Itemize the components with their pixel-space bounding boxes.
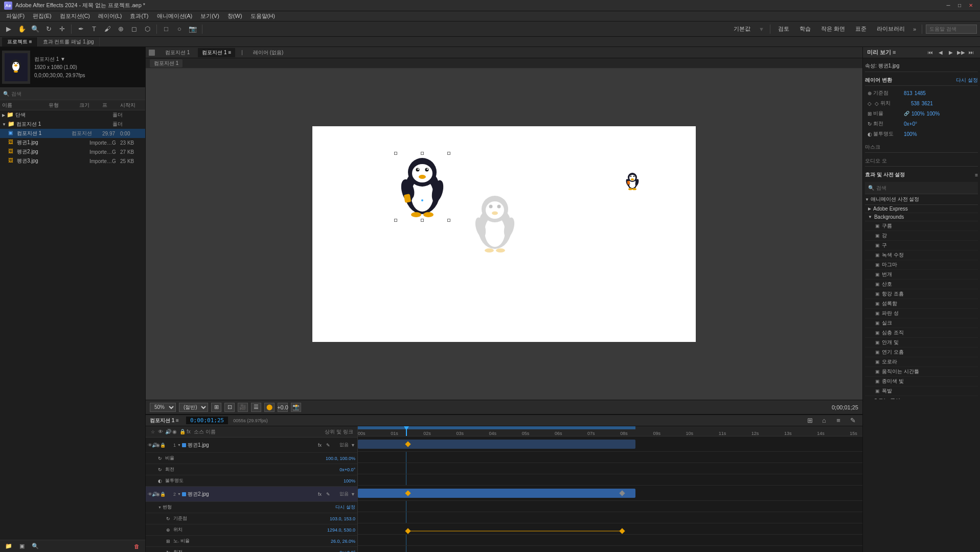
shape-rect[interactable]: □: [161, 24, 172, 35]
layer1-solo[interactable]: ◉: [156, 443, 160, 448]
timeline-control-solo[interactable]: ≡: [833, 415, 844, 426]
work-area-bar[interactable]: [358, 426, 635, 429]
effects-item-clouds[interactable]: ▣ 구름: [865, 221, 978, 231]
layer2-pos-val[interactable]: 1294.0, 530.0: [327, 527, 355, 533]
layer1-expand[interactable]: ▼: [177, 443, 181, 447]
workspace-label-5[interactable]: 표준: [851, 24, 871, 34]
menu-file[interactable]: 파일(F): [2, 11, 29, 21]
move-tool[interactable]: ✛: [56, 24, 67, 35]
quality-select[interactable]: (절반): [179, 403, 208, 412]
menu-animation[interactable]: 애니메이션(A): [153, 11, 197, 21]
pen-tool[interactable]: ✒: [75, 24, 86, 35]
tab-project[interactable]: 프로젝트 ≡: [2, 37, 38, 47]
layer2-rot-val[interactable]: 0x+0.0°: [339, 550, 355, 553]
project-item-img2[interactable]: 🖼 펭귄2.jpg Importe…G 27 KB: [0, 147, 145, 156]
safe-button[interactable]: ⊡: [224, 403, 235, 412]
scale-x-val[interactable]: 100%: [911, 111, 925, 117]
project-search-input[interactable]: [11, 91, 142, 97]
layer1-eye-vis[interactable]: 👁: [148, 443, 152, 448]
preview-skip-back[interactable]: ⏮: [926, 49, 935, 57]
channel-button[interactable]: ☰: [251, 403, 261, 412]
brush-tool[interactable]: 🖌: [102, 24, 113, 35]
project-item-img3[interactable]: 🖼 펭귄3.jpg Importe…G 25 KB: [0, 156, 145, 166]
handle-tr[interactable]: [447, 152, 450, 155]
anim-presets-header[interactable]: ▼ 애니메이션 사전 설정: [865, 194, 978, 205]
effects-search-input[interactable]: [876, 185, 975, 191]
hand-tool[interactable]: ✋: [16, 24, 28, 35]
layer1-rot-val[interactable]: 0x+0.0°: [339, 467, 355, 472]
effects-item-river[interactable]: ▣ 강: [865, 231, 978, 241]
workspace-label-1[interactable]: 기본값: [730, 24, 755, 34]
rotation-val[interactable]: 0x+0°: [904, 121, 917, 127]
menu-window[interactable]: 창(W): [223, 11, 246, 21]
position-y-val[interactable]: 3621: [922, 101, 933, 106]
exposure-button[interactable]: +0.0: [278, 403, 288, 412]
track1-bar[interactable]: [358, 440, 635, 449]
workspace-label-4[interactable]: 작은 화면: [817, 24, 849, 34]
layer2-transform-reset[interactable]: 다시 설정: [335, 504, 355, 511]
penguin1-container[interactable]: [397, 154, 448, 219]
layer1-ratio-val[interactable]: 100.0, 100.0%: [326, 456, 355, 461]
zoom-select[interactable]: 50%: [150, 403, 176, 412]
effects-item-diorite[interactable]: ▣ 섬록함: [865, 299, 978, 309]
comp-tab-main[interactable]: 컴포지션 1: [161, 48, 194, 57]
breadcrumb-comp[interactable]: 컴포지션 1: [150, 59, 183, 67]
effects-item-silk[interactable]: ▣ 실크: [865, 318, 978, 328]
delete-project-button[interactable]: 🗑: [131, 541, 142, 552]
layer2-eye-vis[interactable]: 👁: [148, 492, 152, 497]
handle-tl[interactable]: [394, 152, 397, 155]
timeline-timecode[interactable]: 0;00;01;25: [186, 417, 228, 424]
minimize-button[interactable]: ─: [943, 2, 953, 10]
handle-br[interactable]: [447, 219, 450, 222]
new-folder-button[interactable]: 📁: [3, 541, 14, 552]
layer2-lock[interactable]: 🔒: [160, 492, 164, 497]
layer2-anchor-val[interactable]: 103.0, 153.0: [330, 516, 355, 521]
scale-y-val[interactable]: 100%: [927, 111, 940, 117]
search-project-button[interactable]: 🔍: [30, 541, 41, 552]
effects-item-magma[interactable]: ▣ 마그마: [865, 260, 978, 270]
layer2-solo[interactable]: ◉: [156, 492, 160, 497]
penguin2-container[interactable]: [471, 193, 519, 255]
preview-play[interactable]: ▶: [946, 49, 955, 57]
handle-bc[interactable]: [421, 219, 424, 222]
titlebar-controls[interactable]: ─ □ ✕: [943, 2, 976, 10]
menu-edit[interactable]: 편집(E): [29, 11, 56, 21]
shape-ellipse[interactable]: ○: [174, 24, 185, 35]
layer1-opacity-val[interactable]: 100%: [344, 478, 355, 484]
zoom-tool[interactable]: 🔍: [30, 24, 41, 35]
handle-tc[interactable]: [421, 152, 424, 155]
menu-effects[interactable]: 효과(T): [126, 11, 152, 21]
timeline-control-prev[interactable]: ⊞: [804, 415, 815, 426]
folder-comp1[interactable]: ▼ 📁 컴포지션 1 폴더: [0, 120, 145, 129]
effects-item-green-crystal[interactable]: ▣ 녹색 수정: [865, 250, 978, 260]
color-button[interactable]: ⬤: [264, 403, 275, 412]
track2-bar[interactable]: [358, 489, 635, 498]
project-item-comp[interactable]: ▣ 컴포지션 1 컴포지션 29.97 0:00: [0, 129, 145, 138]
layer-tab[interactable]: 레이어 (없음): [249, 48, 287, 57]
preview-step-back[interactable]: ◀: [936, 49, 945, 57]
rotate-tool[interactable]: ↻: [43, 24, 54, 35]
clone-tool[interactable]: ⊕: [115, 24, 126, 35]
effects-cat-adobe-express[interactable]: ▶ Adobe Express: [865, 205, 978, 213]
effects-preset-header[interactable]: 효과 및 사전 설정 ≡: [865, 170, 978, 180]
effects-item-smoke[interactable]: ▣ 연기 오흠: [865, 348, 978, 357]
preview-step-forward[interactable]: ▶▶: [956, 49, 966, 57]
layer1-lock[interactable]: 🔒: [160, 443, 164, 448]
eraser-tool[interactable]: ◻: [128, 24, 140, 35]
position-x-val[interactable]: 538: [911, 101, 920, 106]
effects-cat-flows[interactable]: ▶ 흐르는 곡선: [865, 396, 978, 399]
layer1-row[interactable]: 👁 🔊 ◉ 🔒 1 ▼ 펭귄1.jpg fx ✎ 없음: [146, 438, 357, 453]
viewport[interactable]: [146, 68, 862, 400]
camera-tool[interactable]: 📷: [187, 24, 198, 35]
layer2-row[interactable]: 👁 🔊 ◉ 🔒 2 ▼ 펭귄2.jpg fx ✎ 없음: [146, 487, 357, 502]
anchor-y-val[interactable]: 1485: [915, 90, 926, 96]
handle-bl[interactable]: [394, 219, 397, 222]
effects-item-deep-tissue[interactable]: ▣ 심층 조직: [865, 328, 978, 338]
anchor-x-val[interactable]: 813: [904, 90, 913, 96]
menu-layer[interactable]: 레이어(L): [94, 11, 126, 21]
layer2-transform-expand[interactable]: ▼: [158, 505, 162, 509]
track2-pos-kf2[interactable]: [620, 528, 625, 534]
effects-item-jade-light[interactable]: ▣ 종미색 빛: [865, 377, 978, 386]
effects-item-time-lapse[interactable]: ▣ 움직이는 시간틀: [865, 367, 978, 377]
effects-item-coral[interactable]: ▣ 산호: [865, 280, 978, 289]
